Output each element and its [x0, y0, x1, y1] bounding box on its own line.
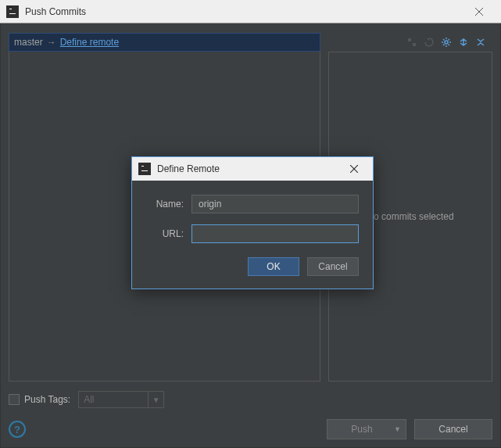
cancel-button[interactable]: Cancel: [414, 419, 492, 439]
modal-titlebar: Define Remote: [132, 157, 373, 181]
branch-bar: master → Define remote: [9, 33, 320, 52]
app-icon: [138, 163, 151, 175]
modal-body: Name: URL: OK Cancel: [132, 181, 373, 289]
revert-icon[interactable]: [422, 35, 436, 49]
modal-close-button[interactable]: [342, 158, 367, 180]
url-label: URL:: [146, 228, 191, 239]
window-title: Push Commits: [25, 6, 463, 17]
close-icon: [350, 165, 358, 173]
svg-rect-1: [9, 9, 12, 9]
push-tags-combo[interactable]: All ▼: [78, 391, 164, 408]
push-tags-label: Push Tags:: [24, 394, 70, 405]
name-label: Name:: [146, 199, 191, 210]
button-group: Push ▼ Cancel: [327, 419, 492, 439]
collapse-icon[interactable]: [474, 35, 488, 49]
chevron-down-icon: ▼: [149, 391, 164, 408]
push-tags-row: Push Tags: All ▼: [9, 391, 492, 408]
modal-buttons: OK Cancel: [146, 257, 359, 276]
push-dropdown-button[interactable]: ▼: [389, 419, 406, 439]
expand-icon[interactable]: [456, 35, 471, 49]
url-row: URL:: [146, 224, 359, 243]
diff-icon[interactable]: [405, 35, 419, 49]
name-row: Name:: [146, 195, 359, 213]
button-row: ? Push ▼ Cancel: [9, 419, 492, 439]
push-tags-checkbox[interactable]: [9, 394, 20, 405]
modal-cancel-button[interactable]: Cancel: [307, 257, 359, 276]
modal-title: Define Remote: [157, 163, 342, 174]
svg-point-5: [445, 41, 448, 44]
svg-rect-7: [141, 166, 144, 167]
ok-button[interactable]: OK: [248, 257, 299, 276]
define-remote-link[interactable]: Define remote: [60, 37, 119, 48]
app-icon: [6, 5, 19, 18]
push-tags-value: All: [78, 391, 149, 408]
gear-icon[interactable]: [439, 35, 453, 49]
url-input[interactable]: [191, 224, 359, 243]
define-remote-dialog: Define Remote Name: URL: OK Cancel: [131, 156, 374, 289]
window-titlebar: Push Commits: [0, 0, 501, 23]
help-icon: ?: [14, 424, 20, 435]
svg-rect-2: [9, 13, 16, 14]
local-branch-label: master: [14, 37, 43, 48]
push-button[interactable]: Push: [327, 419, 397, 439]
no-commits-label: No commits selected: [367, 211, 453, 222]
window-close-button[interactable]: [463, 1, 495, 23]
close-icon: [475, 8, 483, 16]
arrow-icon: →: [47, 37, 56, 48]
svg-rect-8: [141, 170, 148, 171]
details-toolbar: [328, 33, 492, 52]
name-input[interactable]: [191, 195, 359, 213]
help-button[interactable]: ?: [9, 421, 26, 438]
